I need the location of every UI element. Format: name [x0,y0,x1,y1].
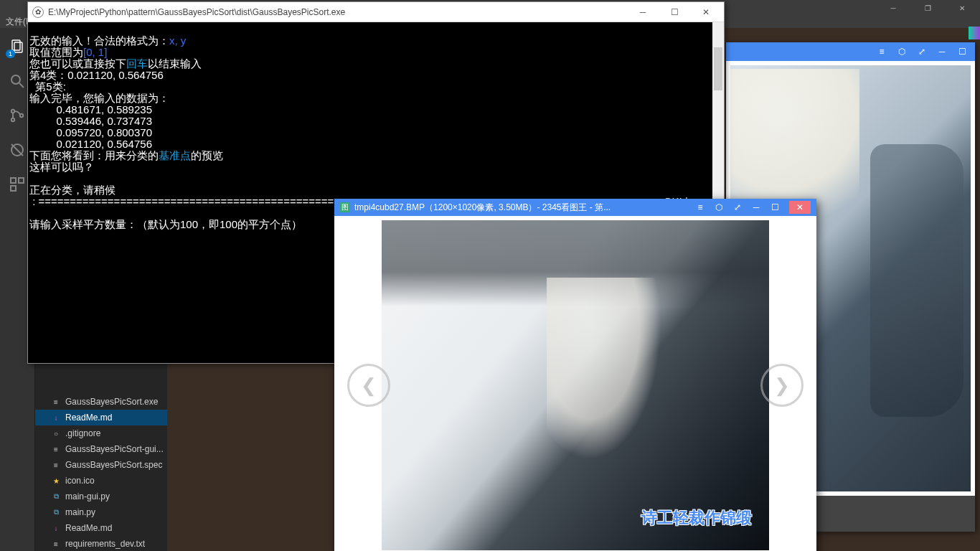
file-row[interactable]: ⧉main-gui.py [35,489,167,504]
file-row[interactable]: ⧉main.py [35,504,167,520]
console-close-button[interactable]: ✕ [692,4,720,20]
menu-icon[interactable]: ≡ [875,44,889,59]
vscode-minimize-button[interactable]: ─ [877,0,910,16]
file-row[interactable]: ≡GaussBayesPicSort.exe [35,394,167,410]
close-button[interactable]: ✕ [789,201,811,214]
file-name: .gitignore [65,428,100,438]
pin-icon[interactable]: ⬡ [895,44,909,59]
image-viewer-2-image[interactable] [382,220,769,550]
app-title-icon: 图 [340,202,350,212]
file-row[interactable]: ↓ReadMe.md [35,520,167,536]
file-name: ReadMe.md [65,523,112,533]
svg-point-2 [11,75,20,84]
file-row[interactable]: ≡requirements_dev.txt [35,536,167,551]
console-minimize-button[interactable]: ─ [629,4,656,20]
image-viewer-2-titlebar[interactable]: 图 tmpi4cubd27.BMP（1200×1020像素, 3.50MB）- … [334,199,816,216]
svg-rect-11 [11,186,16,191]
file-icon: ≡ [51,539,61,549]
image-viewer-window-2[interactable]: 图 tmpi4cubd27.BMP（1200×1020像素, 3.50MB）- … [334,199,816,551]
explorer-badge: 1 [6,50,15,58]
image-viewer-1-titlebar[interactable]: ≡ ⬡ ⤢ ─ ☐ [726,42,975,61]
image-viewer-2-title: tmpi4cubd27.BMP（1200×1020像素, 3.50MB）- 23… [354,202,689,214]
console-title-text: E:\MyProject\Python\pattern\GaussBayesPi… [48,7,345,17]
accent-decoration [969,27,980,39]
file-name: main.py [65,507,95,517]
file-icon: ⧉ [51,507,61,517]
vscode-maximize-button[interactable]: ❐ [911,0,944,16]
svg-point-5 [11,118,14,121]
prev-image-button[interactable]: ❮ [347,364,390,407]
explorer-icon[interactable]: 1 [7,37,27,57]
file-icon: ↓ [51,413,61,423]
file-name: ReadMe.md [65,413,112,423]
svg-rect-0 [12,40,20,50]
file-name: main-gui.py [65,491,110,501]
svg-rect-1 [14,42,22,52]
file-name: GaussBayesPicSort.spec [65,460,162,470]
file-icon: ≡ [51,397,61,407]
svg-rect-10 [19,178,24,183]
console-maximize-button[interactable]: ☐ [661,4,688,20]
image-figure-shape [870,144,963,417]
maximize-icon[interactable]: ☐ [955,44,969,59]
svg-rect-9 [11,178,16,183]
file-row[interactable]: ≡GaussBayesPicSort.spec [35,457,167,473]
music-lyric-overlay-2: 诗工轻裁作锦缎 [641,507,752,529]
file-name: icon.ico [65,476,95,486]
file-name: requirements_dev.txt [65,539,145,549]
extensions-icon[interactable] [7,174,27,194]
file-row[interactable]: ↓ReadMe.md [35,410,167,425]
image-viewer-2-content: ❮ ❯ 诗工轻裁作锦缎 [334,216,816,551]
vscode-close-button[interactable]: ✕ [946,0,979,16]
file-icon: ↓ [51,523,61,533]
search-icon[interactable] [7,71,27,91]
console-titlebar[interactable]: ✿ E:\MyProject\Python\pattern\GaussBayes… [28,2,724,22]
scrollbar-thumb[interactable] [714,47,722,90]
fullscreen-icon[interactable]: ⤢ [915,44,929,59]
file-icon: ★ [51,476,61,486]
maximize-icon[interactable]: ☐ [768,200,782,215]
file-name: GaussBayesPicSort.exe [65,397,158,407]
next-image-button[interactable]: ❯ [760,364,804,407]
image-shape [547,278,690,514]
file-icon: ○ [51,428,61,438]
file-row[interactable]: ≡GaussBayesPicSort-gui... [35,441,167,457]
file-icon: ≡ [51,444,61,454]
pin-icon[interactable]: ⬡ [712,200,726,215]
file-icon: ⧉ [51,491,61,501]
file-icon: ≡ [51,460,61,470]
source-control-icon[interactable] [7,105,27,126]
minimize-icon[interactable]: ─ [749,200,763,215]
minimize-icon[interactable]: ─ [935,44,949,59]
menu-icon[interactable]: ≡ [693,200,707,215]
fullscreen-icon[interactable]: ⤢ [730,200,745,215]
debug-icon[interactable] [7,140,27,160]
svg-line-3 [19,83,24,88]
file-name: GaussBayesPicSort-gui... [65,444,164,454]
file-row[interactable]: ★icon.ico [35,473,167,489]
file-row[interactable]: ○.gitignore [35,425,167,441]
svg-point-4 [11,110,14,113]
app-icon: ✿ [32,6,44,18]
